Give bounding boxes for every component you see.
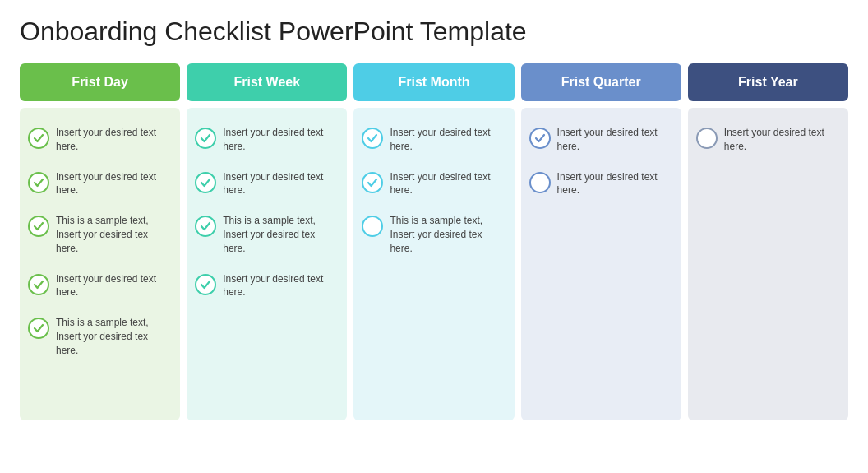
check-icon: [362, 172, 383, 193]
header-quarter: Frist Quarter: [521, 63, 681, 101]
list-item: Insert your desired text here.: [696, 118, 840, 162]
check-icon: [362, 216, 383, 237]
header-year: Frist Year: [688, 63, 848, 101]
list-item: Insert your desired text here.: [529, 118, 673, 162]
check-icon: [28, 172, 49, 193]
list-item: Insert your desired text here.: [28, 162, 172, 206]
column-year: Frist YearInsert your desired text here.: [688, 63, 848, 420]
list-item: This is a sample text, Insert yor desire…: [28, 206, 172, 263]
body-day: Insert your desired text here.Insert you…: [20, 108, 180, 420]
check-icon: [28, 274, 49, 295]
check-icon: [195, 172, 216, 193]
page-title: Onboarding Checklist PowerPoint Template: [20, 16, 848, 47]
item-text: Insert your desired text here.: [223, 272, 339, 300]
check-icon: [28, 318, 49, 339]
item-text: This is a sample text, Insert yor desire…: [56, 316, 172, 357]
check-icon: [28, 216, 49, 237]
item-text: Insert your desired text here.: [557, 126, 673, 154]
header-day: Frist Day: [20, 63, 180, 101]
list-item: Insert your desired text here.: [195, 162, 339, 206]
header-month: Frist Month: [353, 63, 514, 101]
list-item: Insert your desired text here.: [362, 162, 506, 206]
list-item: Insert your desired text here.: [195, 264, 339, 308]
check-icon: [195, 216, 216, 237]
check-icon: [529, 172, 551, 193]
body-year: Insert your desired text here.: [688, 108, 848, 420]
check-icon: [195, 274, 216, 295]
item-text: Insert your desired text here.: [56, 272, 172, 300]
item-text: Insert your desired text here.: [56, 170, 172, 198]
item-text: Insert your desired text here.: [56, 126, 172, 154]
list-item: Insert your desired text here.: [28, 264, 172, 308]
list-item: Insert your desired text here.: [362, 118, 506, 162]
check-icon: [696, 128, 718, 149]
item-text: This is a sample text, Insert yor desire…: [223, 214, 339, 255]
item-text: Insert your desired text here.: [390, 126, 506, 154]
check-icon: [362, 128, 383, 149]
columns-container: Frist DayInsert your desired text here.I…: [20, 63, 848, 420]
item-text: Insert your desired text here.: [223, 126, 339, 154]
body-month: Insert your desired text here.Insert you…: [353, 108, 514, 420]
item-text: Insert your desired text here.: [724, 126, 840, 154]
list-item: Insert your desired text here.: [195, 118, 339, 162]
item-text: Insert your desired text here.: [223, 170, 339, 198]
column-week: Frist WeekInsert your desired text here.…: [187, 63, 347, 420]
item-text: Insert your desired text here.: [557, 170, 673, 198]
list-item: Insert your desired text here.: [529, 162, 673, 206]
list-item: This is a sample text, Insert yor desire…: [362, 206, 506, 263]
list-item: Insert your desired text here.: [28, 118, 172, 162]
list-item: This is a sample text, Insert yor desire…: [195, 206, 339, 263]
column-quarter: Frist QuarterInsert your desired text he…: [521, 63, 681, 420]
check-icon: [529, 128, 551, 149]
list-item: This is a sample text, Insert yor desire…: [28, 308, 172, 365]
body-week: Insert your desired text here.Insert you…: [187, 108, 347, 420]
item-text: Insert your desired text here.: [390, 170, 506, 198]
item-text: This is a sample text, Insert yor desire…: [56, 214, 172, 255]
header-week: Frist Week: [187, 63, 347, 101]
check-icon: [28, 128, 49, 149]
check-icon: [195, 128, 216, 149]
column-day: Frist DayInsert your desired text here.I…: [20, 63, 180, 420]
item-text: This is a sample text, Insert yor desire…: [390, 214, 506, 255]
body-quarter: Insert your desired text here.Insert you…: [521, 108, 681, 420]
column-month: Frist MonthInsert your desired text here…: [353, 63, 514, 420]
